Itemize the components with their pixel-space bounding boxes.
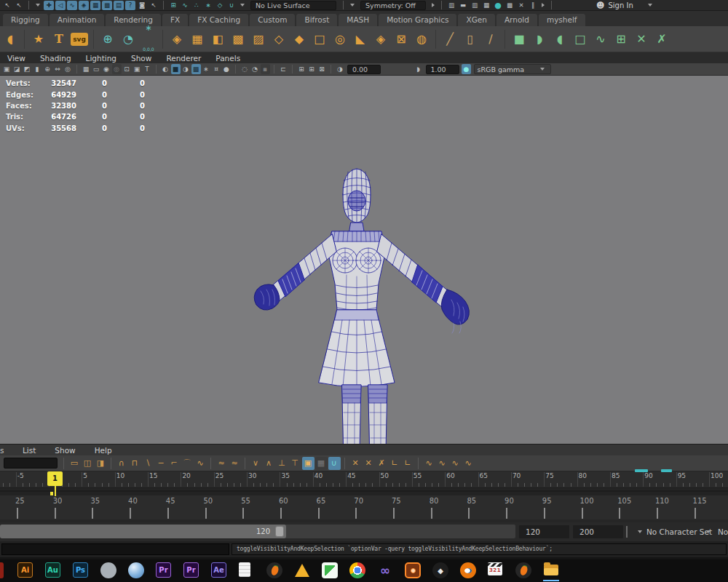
snap-options-caret[interactable] — [240, 4, 245, 7]
lasso-select-tool-icon[interactable]: ↖ — [14, 1, 24, 10]
snap-keys-icon[interactable]: ∪ — [328, 457, 341, 470]
camera-bookmark-icon[interactable]: ◪ — [12, 64, 22, 74]
gamma-icon[interactable]: ◗ — [414, 64, 423, 74]
hypershade-icon[interactable]: ▩ — [505, 1, 515, 10]
pre-infinity-offset-icon[interactable]: ∿ — [436, 457, 448, 470]
menu-show[interactable]: Show — [124, 54, 159, 63]
timeline-bookmark[interactable] — [661, 469, 672, 472]
menu-panels[interactable]: Panels — [208, 54, 248, 63]
mash-mirror-icon[interactable]: ◧ — [208, 29, 227, 49]
wireframe-on-shaded-icon[interactable]: ▩ — [191, 64, 201, 74]
snap-to-grid-icon[interactable]: ⊞ — [168, 1, 178, 10]
character-set-caret-icon[interactable] — [706, 530, 711, 533]
gray-jar-app-icon[interactable] — [100, 562, 116, 578]
exposure-icon[interactable]: ◑ — [336, 64, 345, 74]
illustrator-icon[interactable]: Ai — [17, 562, 33, 578]
shelf-tab-fx-caching[interactable]: FX Caching — [189, 14, 248, 26]
orange-carrot-app-2-icon[interactable] — [515, 562, 531, 578]
orange-carrot-app-icon[interactable] — [266, 562, 282, 578]
linear-tangents-icon[interactable]: ∖ — [142, 457, 154, 470]
visual-studio-icon[interactable]: ∞ — [377, 562, 393, 578]
add-keys-icon[interactable]: ✕ — [363, 457, 375, 470]
clamped-tangents-icon[interactable]: ⊓ — [129, 457, 141, 470]
xgen-curves-icon[interactable]: ∿ — [591, 29, 610, 49]
playback-range-bar[interactable]: 120 — [0, 525, 286, 538]
gate-mask-icon[interactable]: ◎ — [112, 64, 122, 74]
animation-end-field[interactable]: 200 — [573, 525, 623, 538]
open-render-view-icon[interactable]: ▥ — [446, 1, 456, 10]
mash-layers-icon[interactable]: ◈ — [371, 29, 390, 49]
ge-menu-show[interactable]: Show — [55, 446, 85, 455]
xgen-groom-icon[interactable]: ◗ — [530, 29, 549, 49]
menu-shading[interactable]: Shading — [33, 54, 79, 63]
film-gate-icon[interactable]: ▭ — [92, 64, 101, 74]
ge-menu-list[interactable]: List — [23, 446, 46, 455]
time-slider[interactable]: -551015202530354045505560657075808590951… — [0, 471, 728, 490]
mash-repro-icon[interactable]: ▩ — [229, 29, 248, 49]
render-ball-icon[interactable]: ● — [493, 1, 503, 10]
image-plane-icon[interactable]: ⊕ — [43, 64, 52, 74]
exposure-field[interactable]: 0.00 — [347, 65, 381, 74]
premiere-2-icon[interactable]: Pr — [183, 562, 199, 578]
tool-box-caret[interactable] — [36, 4, 40, 7]
character-wireframe-model[interactable] — [233, 162, 495, 444]
shelf-tab-bifrost[interactable]: Bifrost — [296, 14, 337, 26]
mash-diamond-icon[interactable]: ◇ — [269, 29, 288, 49]
lighting-toggle-icon[interactable]: ¤ — [212, 64, 221, 74]
step-tangents-icon[interactable]: ⌐ — [168, 457, 181, 470]
retime-tool-icon[interactable]: ∟ — [402, 457, 414, 470]
photoshop-icon[interactable]: Ps — [73, 562, 88, 578]
timeline-bookmark[interactable] — [635, 469, 648, 472]
bookmark-icon[interactable]: ▮ — [33, 64, 42, 74]
xgen-volume-icon[interactable]: □ — [571, 29, 590, 49]
symmetry-expand-caret[interactable] — [432, 3, 435, 7]
sign-in-button[interactable]: ☻Sign In — [596, 1, 655, 10]
plateau-tangents-icon[interactable]: ⌒ — [181, 457, 194, 470]
camera-attributes-icon[interactable]: ◩ — [23, 64, 32, 74]
object-mode-icon[interactable]: ▦ — [90, 1, 100, 10]
premiere-icon[interactable]: Pr — [156, 562, 171, 578]
ge-filter-field[interactable] — [4, 458, 58, 469]
shelf-tab-rendering[interactable]: Rendering — [106, 14, 161, 26]
mash-cube-icon[interactable]: □ — [310, 29, 329, 49]
curve-knife-icon[interactable]: ╱ — [440, 29, 459, 49]
shelf-tab-motion-graphics[interactable]: Motion Graphics — [379, 14, 456, 26]
shelf-tab-animation[interactable]: Animation — [50, 14, 105, 26]
zero-transform-icon[interactable]: ∗0,0,0 — [139, 29, 158, 49]
shelf-tab-custom[interactable]: Custom — [250, 14, 295, 26]
wireframe-display-icon[interactable]: ◐ — [161, 64, 170, 74]
color-management-dropdown-caret-icon[interactable] — [540, 68, 545, 71]
default-material-icon[interactable]: ∗ — [202, 64, 211, 74]
numbered-clapper-icon[interactable]: 321 — [488, 562, 502, 575]
mash-distribute-icon[interactable]: ◈ — [167, 29, 186, 49]
frame-all-icon[interactable]: ▭ — [68, 457, 81, 470]
current-time-indicator[interactable]: 1 — [47, 471, 63, 486]
svg-tool-icon[interactable]: svg — [71, 33, 88, 46]
spline-tangents-icon[interactable]: ∩ — [116, 457, 128, 470]
buffer-curve-swap-icon[interactable]: ≈ — [229, 457, 241, 470]
mash-world-icon[interactable]: ◍ — [412, 29, 431, 49]
field-chart-icon[interactable]: ⊡ — [122, 64, 132, 74]
anti-alias-icon[interactable]: ▪ — [261, 64, 270, 74]
secondary-time-ruler[interactable]: 2530354045505560657075808590951001051101… — [0, 492, 728, 522]
snap-to-view-plane-icon[interactable]: ◇ — [215, 1, 225, 10]
frame-center-view-icon[interactable]: ◫ — [82, 457, 94, 470]
rotate-tool-icon[interactable]: ◁ — [55, 1, 66, 10]
anim-layer-caret-icon[interactable] — [638, 530, 642, 533]
flat-tangents-icon[interactable]: − — [155, 457, 167, 470]
anim-layer-dropdown-clipped[interactable]: No — [718, 522, 728, 541]
occlusion-icon[interactable]: ◌ — [240, 64, 250, 74]
shelf-tab-myshelf[interactable]: myshelf — [539, 14, 585, 26]
render-expand-caret[interactable] — [542, 3, 545, 7]
isolate-select-icon[interactable]: ⊏ — [279, 64, 288, 74]
construction-aim-icon[interactable]: ⊕ — [98, 29, 117, 49]
range-end-handle[interactable] — [275, 526, 284, 537]
yellow-triangle-app-icon[interactable] — [294, 562, 310, 578]
file-explorer-icon[interactable] — [543, 562, 559, 578]
scale-tool-icon[interactable]: ∿ — [67, 1, 77, 10]
post-infinity-cycle-icon[interactable]: ∿ — [449, 457, 462, 470]
notepad-icon[interactable] — [239, 562, 250, 577]
snap-to-curve-icon[interactable]: ∿ — [180, 1, 190, 10]
green-chart-app-icon[interactable] — [322, 562, 338, 578]
region-keys-tool-icon[interactable]: ∟ — [389, 457, 401, 470]
